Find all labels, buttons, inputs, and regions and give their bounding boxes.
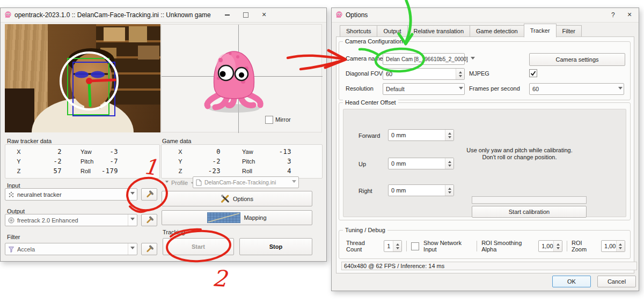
mirror-checkbox[interactable] <box>265 116 273 124</box>
octopus-mascot-image <box>199 45 269 115</box>
spin-arrows-icon[interactable] <box>553 241 562 251</box>
raw-row-label: Z <box>11 168 27 174</box>
neuralnet-icon <box>8 191 14 198</box>
options-button[interactable]: Options <box>162 191 312 206</box>
cancel-button[interactable]: Cancel <box>597 276 636 287</box>
profile-value: DelanCam-Face-Tracking.ini <box>204 179 276 186</box>
dialog-titlebar: Options ? × <box>332 8 639 23</box>
raw-row-value: 57 <box>30 167 62 175</box>
mirror-label: Mirror <box>275 116 291 123</box>
tab-relative-translation[interactable]: Relative translation <box>407 25 471 37</box>
camera-status-bar: 640x480 @ 62 FPS / Inference: 14 ms <box>341 262 637 270</box>
right-label: Right <box>358 188 372 194</box>
stop-tracking-button[interactable]: Stop <box>239 238 312 255</box>
output-dropdown[interactable]: freetrack 2.0 Enhanced <box>5 214 137 226</box>
checkmark-icon <box>530 70 537 77</box>
profile-dropdown[interactable]: DelanCam-Face-Tracking.ini <box>193 176 299 188</box>
spin-arrows-icon[interactable] <box>445 185 453 196</box>
tuning-debug-row: Thread Count 1 Show Network Input ROI Sm… <box>343 237 625 255</box>
tab-shortcuts[interactable]: Shortcuts <box>340 25 377 37</box>
calibration-note: Use only yaw and pitch while calibrating… <box>439 147 600 161</box>
mapping-button[interactable]: Mapping <box>162 210 312 225</box>
game-data-title: Game data <box>162 138 191 144</box>
help-icon[interactable]: ? <box>611 11 615 19</box>
fps-label: Frames per second <box>469 85 520 92</box>
right-spinbox[interactable]: 0 mm <box>388 184 454 196</box>
minimize-button[interactable] <box>225 14 230 16</box>
left-window-title: opentrack-2023.1.0 :: DelanCam-Face-Trac… <box>14 11 211 19</box>
dropdown-arrow-icon <box>617 84 624 94</box>
roi-smoothing-alpha-label: ROI Smoothing Alpha <box>481 240 534 253</box>
close-icon[interactable]: × <box>627 10 632 19</box>
tab-game-detection[interactable]: Game detection <box>470 25 524 37</box>
game-row-label: Y <box>172 158 188 165</box>
tab-output[interactable]: Output <box>377 25 407 37</box>
face <box>70 54 112 107</box>
filter-settings-wrench-button[interactable] <box>141 243 157 255</box>
game-row-value: 0 <box>188 148 221 155</box>
dialog-title: Options <box>346 11 368 19</box>
start-calibration-button[interactable]: Start calibration <box>472 206 587 218</box>
roi-zoom-label: ROI Zoom <box>572 240 597 253</box>
raw-row-value: 2 <box>30 148 62 155</box>
spin-arrows-icon[interactable] <box>456 69 464 79</box>
spin-arrows-icon[interactable] <box>616 241 625 251</box>
tab-filter[interactable]: Filter <box>556 25 582 37</box>
input-settings-wrench-button[interactable] <box>141 188 157 201</box>
diagonal-fov-spinbox[interactable]: 60 <box>383 68 465 80</box>
chevron-down-icon <box>165 181 169 184</box>
game-row-label: X <box>172 149 188 155</box>
pose-display-panel: Mirror <box>161 24 322 132</box>
camera-configuration-title: Camera Configuration <box>343 38 405 45</box>
forward-spinbox[interactable]: 0 mm <box>388 129 454 141</box>
resolution-label: Resolution <box>346 85 374 92</box>
ok-button[interactable]: OK <box>552 276 591 287</box>
wrench-icon <box>145 245 153 253</box>
dropdown-arrow-icon <box>458 84 464 94</box>
calibration-note-line1: Use only yaw and pitch while calibrating… <box>439 147 600 154</box>
resolution-dropdown[interactable]: Default <box>383 83 465 95</box>
options-dialog: Options ? × Shortcuts Output Relative tr… <box>331 8 639 291</box>
raw-row-value: -179 <box>83 167 118 175</box>
wrench-icon <box>145 216 153 224</box>
filter-value: Accela <box>17 246 35 253</box>
output-settings-wrench-button[interactable] <box>141 214 157 226</box>
game-row-label: Yaw <box>242 149 253 155</box>
calibration-note-line2: Don't roll or change position. <box>439 154 600 161</box>
raw-row-label: X <box>11 149 27 155</box>
opentrack-main-window: opentrack-2023.1.0 :: DelanCam-Face-Trac… <box>0 8 327 262</box>
show-network-input-checkbox[interactable] <box>411 242 419 250</box>
maximize-button[interactable] <box>243 12 248 18</box>
fps-dropdown[interactable]: 60 <box>529 83 624 95</box>
divider <box>406 241 407 251</box>
dropdown-arrow-icon <box>471 54 475 64</box>
roi-zoom-spinbox[interactable]: 1,00 <box>601 240 625 252</box>
thread-count-spinbox[interactable]: 1 <box>384 240 402 252</box>
raw-row-label: Y <box>11 158 27 165</box>
spin-arrows-icon[interactable] <box>445 130 453 140</box>
game-row-label: Roll <box>242 168 252 174</box>
close-icon[interactable]: × <box>262 10 266 19</box>
game-row-value: -23 <box>188 167 221 175</box>
game-row-label: Z <box>172 168 188 174</box>
raw-tracker-data-title: Raw tracker data <box>7 138 52 144</box>
couch <box>5 88 34 132</box>
spin-arrows-icon[interactable] <box>393 241 401 251</box>
tracking-section-label: Tracking <box>163 229 185 235</box>
up-label: Up <box>358 161 366 167</box>
mjpeg-checkbox[interactable] <box>529 69 537 77</box>
camera-name-dropdown[interactable]: Delan Cam [8_196610b5_2_0000] <box>383 53 465 65</box>
tab-tracker[interactable]: Tracker <box>524 24 557 38</box>
input-tracker-dropdown[interactable]: neuralnet tracker <box>5 188 137 201</box>
start-tracking-button[interactable]: Start <box>163 238 234 255</box>
roi-smoothing-alpha-spinbox[interactable]: 1,00 <box>538 240 562 252</box>
webcam-feed <box>5 24 160 132</box>
tools-icon <box>221 194 230 203</box>
profile-menu-label[interactable]: Profile <box>165 179 194 186</box>
tuning-debug-title: Tuning / Debug <box>343 227 387 233</box>
filter-dropdown[interactable]: Accela <box>5 243 137 255</box>
camera-settings-button[interactable]: Camera settings <box>529 53 625 66</box>
camera-name-label: Camera name <box>346 55 383 62</box>
forward-label: Forward <box>358 132 380 139</box>
freetrack-icon <box>8 217 14 224</box>
